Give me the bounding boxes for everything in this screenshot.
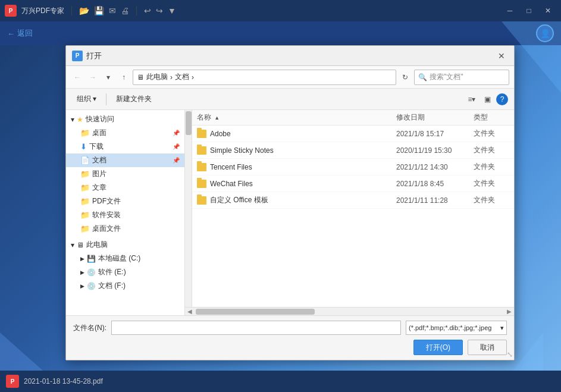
filetype-select[interactable]: (*.pdf;*.bmp;*.dib;*.jpg;*.jpeg ▾ <box>406 321 507 335</box>
pc-section: ▾ 🖥 此电脑 ▶ 💾 本地磁盘 (C:) ▶ 💿 软件 (E:) ▶ 💿 <box>66 238 184 293</box>
nav-item-desktop-files[interactable]: 📁 桌面文件 <box>66 222 184 236</box>
new-folder-btn[interactable]: 新建文件夹 <box>111 92 156 106</box>
file-row-adobe-type: 文件夹 <box>474 128 509 139</box>
dialog-bottom: 文件名(N): (*.pdf;*.bmp;*.dib;*.jpg;*.jpeg … <box>66 315 514 360</box>
taskbar-filename: 2021-01-18 13-45-28.pdf <box>24 377 103 385</box>
file-row-tencent-name: Tencent Files <box>197 163 396 171</box>
pane-btn[interactable]: ▣ <box>481 93 494 106</box>
nav-item-downloads[interactable]: ⬇ 下载 📌 <box>66 140 184 153</box>
file-row-office[interactable]: 自定义 Office 模板 2021/1/11 11:28 文件夹 <box>185 192 514 209</box>
nav-item-desktop-files-label: 桌面文件 <box>92 224 121 234</box>
toolbar-right-area: ≡▾ ▣ ? <box>465 93 508 106</box>
window-controls: ─ □ ✕ <box>502 2 556 19</box>
back-button[interactable]: ← 返回 <box>7 28 33 39</box>
sort-indicator: ▲ <box>214 115 220 121</box>
h-scroll-right-btn[interactable]: ▶ <box>504 308 514 315</box>
col-date-label: 修改日期 <box>396 113 425 121</box>
h-scrollbar[interactable]: ◀ ▶ <box>185 307 514 315</box>
nav-item-f-drive[interactable]: ▶ 💿 文档 (F:) <box>66 279 184 293</box>
back-label: 返回 <box>17 28 33 39</box>
nav-back-btn[interactable]: ← <box>71 71 84 84</box>
h-scroll-left-btn[interactable]: ◀ <box>185 308 195 315</box>
nav-forward-btn[interactable]: → <box>86 71 99 84</box>
nav-item-pictures[interactable]: 📁 图片 <box>66 167 184 181</box>
open-btn[interactable]: 打开(O) <box>413 340 463 355</box>
c-drive-icon: 💾 <box>87 255 96 263</box>
dialog-toolbar: 组织 ▾ 新建文件夹 ≡▾ ▣ ? <box>66 89 514 110</box>
app-toolbar: ← 返回 👤 <box>0 21 561 45</box>
file-row-sticky-date: 2020/11/19 15:30 <box>396 146 474 155</box>
h-scrollbar-thumb <box>196 309 315 315</box>
pin-icon-desktop: 📌 <box>173 130 180 136</box>
filename-label: 文件名(N): <box>73 323 106 333</box>
pc-header[interactable]: ▾ 🖥 此电脑 <box>66 238 184 252</box>
dialog-titlebar: P 打开 ✕ <box>66 46 514 66</box>
undo-icon[interactable]: ↩ <box>144 6 151 15</box>
file-row-wechat-date: 2021/1/18 8:45 <box>396 180 474 188</box>
col-header-date[interactable]: 修改日期 <box>396 112 474 123</box>
dialog-close-btn[interactable]: ✕ <box>495 49 508 62</box>
menu-icon[interactable]: ▼ <box>168 6 176 15</box>
nav-dropdown-btn[interactable]: ▾ <box>102 71 115 84</box>
dialog-title-icon: P <box>72 51 83 61</box>
nav-item-docs[interactable]: 📄 文档 📌 <box>66 153 184 167</box>
nav-item-c-drive[interactable]: ▶ 💾 本地磁盘 (C:) <box>66 252 184 265</box>
close-btn[interactable]: ✕ <box>540 2 556 19</box>
resize-handle[interactable]: ⤡ <box>507 350 513 359</box>
save-icon[interactable]: 💾 <box>94 6 104 15</box>
nav-item-software-label: 软件安装 <box>92 210 121 220</box>
filename-input[interactable] <box>111 321 401 335</box>
quick-access-header[interactable]: ▾ ★ 快速访问 <box>66 112 184 126</box>
nav-item-articles[interactable]: 📁 文章 <box>66 181 184 195</box>
pc-expand-icon: ▾ <box>71 241 74 249</box>
nav-item-desktop[interactable]: 📁 桌面 📌 <box>66 126 184 140</box>
organize-btn[interactable]: 组织 ▾ <box>72 92 101 106</box>
col-header-type[interactable]: 类型 <box>474 112 509 123</box>
open-dialog: P 打开 ✕ ← → ▾ ↑ 🖥 此电脑 › 文档 › ↻ 🔍 搜索"文档" 组… <box>65 45 515 360</box>
pictures-folder-icon: 📁 <box>80 170 90 178</box>
search-box[interactable]: 🔍 搜索"文档" <box>414 70 509 85</box>
cancel-btn[interactable]: 取消 <box>468 340 507 355</box>
nav-item-pictures-label: 图片 <box>92 169 106 179</box>
maximize-btn[interactable]: □ <box>521 2 537 19</box>
user-avatar[interactable]: 👤 <box>536 24 554 42</box>
col-header-name[interactable]: 名称 ▲ <box>197 112 396 123</box>
open-file-icon[interactable]: 📂 <box>79 6 89 15</box>
minimize-btn[interactable]: ─ <box>502 2 518 19</box>
c-drive-label: 本地磁盘 (C:) <box>98 253 140 264</box>
titlebar-sep-1 <box>71 6 72 15</box>
e-drive-icon: 💿 <box>87 268 96 277</box>
filetype-value: (*.pdf;*.bmp;*.dib;*.jpg;*.jpeg <box>409 324 491 331</box>
f-drive-icon: 💿 <box>87 282 96 290</box>
print-icon[interactable]: 🖨 <box>121 6 129 15</box>
col-type-label: 类型 <box>474 113 488 121</box>
breadcrumb-sep2: › <box>192 73 194 81</box>
nav-item-software[interactable]: 📁 软件安装 <box>66 208 184 222</box>
file-row-office-name: 自定义 Office 模板 <box>197 195 396 205</box>
toolbar-right: 👤 <box>536 24 554 42</box>
vert-scrollbar[interactable] <box>185 110 192 307</box>
file-row-sticky-notes[interactable]: Simple Sticky Notes 2020/11/19 15:30 文件夹 <box>185 142 514 159</box>
nav-up-btn[interactable]: ↑ <box>117 71 130 84</box>
nav-item-pdf-label: PDF文件 <box>92 196 121 206</box>
nav-item-desktop-label: 桌面 <box>92 128 106 138</box>
app-titlebar: P 万兴PDF专家 📂 💾 ✉ 🖨 ↩ ↪ ▼ ─ □ ✕ <box>0 0 561 21</box>
redo-icon[interactable]: ↪ <box>156 6 163 15</box>
quick-access-label: 快速访问 <box>86 114 114 124</box>
email-icon[interactable]: ✉ <box>109 6 116 15</box>
file-row-tencent[interactable]: Tencent Files 2021/1/12 14:30 文件夹 <box>185 159 514 175</box>
dialog-content: ▾ ★ 快速访问 📁 桌面 📌 ⬇ 下载 📌 📄 文档 📌 <box>66 110 514 315</box>
breadcrumb-docs: 文档 <box>175 72 189 82</box>
file-row-adobe[interactable]: Adobe 2021/1/8 15:17 文件夹 <box>185 126 514 142</box>
search-icon: 🔍 <box>418 73 427 81</box>
refresh-btn[interactable]: ↻ <box>399 71 412 84</box>
file-list-header: 名称 ▲ 修改日期 类型 <box>185 110 514 126</box>
view-toggle-btn[interactable]: ≡▾ <box>465 93 478 106</box>
help-btn[interactable]: ? <box>496 93 508 105</box>
nav-item-e-drive[interactable]: ▶ 💿 软件 (E:) <box>66 265 184 279</box>
file-row-wechat[interactable]: WeChat Files 2021/1/18 8:45 文件夹 <box>185 175 514 192</box>
pc-icon: 🖥 <box>77 241 84 249</box>
file-row-tencent-date: 2021/1/12 14:30 <box>396 163 474 171</box>
nav-item-pdf[interactable]: 📁 PDF文件 <box>66 195 184 208</box>
breadcrumb[interactable]: 🖥 此电脑 › 文档 › <box>133 70 396 85</box>
